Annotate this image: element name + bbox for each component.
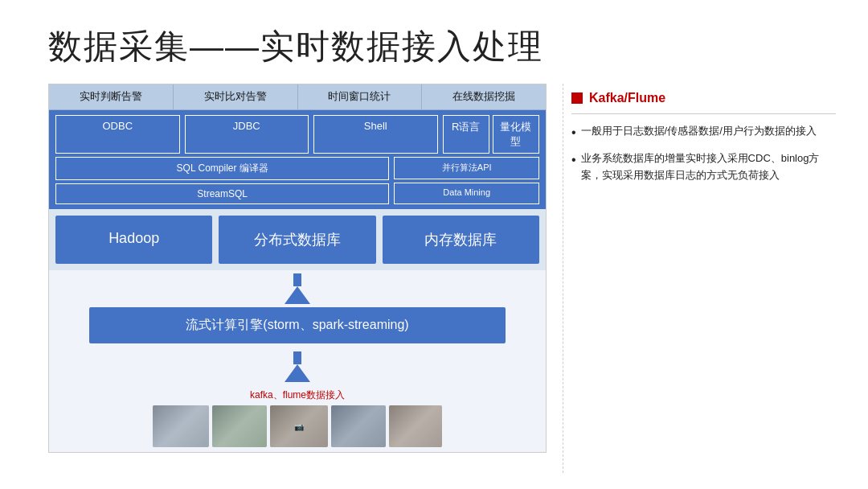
odbc-main-row: ODBC JDBC Shell R语言 量化模型: [55, 115, 539, 154]
arrow-up-1: [285, 286, 310, 304]
page-title: 数据采集——实时数据接入处理: [48, 24, 836, 69]
images-row: 📷: [153, 405, 442, 447]
top-label-3: 在线数据挖掘: [422, 84, 546, 109]
arrow-stem-2: [293, 351, 301, 364]
arrow-section-1: [49, 270, 546, 307]
bullet-item-0: • 一般用于日志数据/传感器数据/用户行为数据的接入: [571, 122, 836, 140]
red-square-icon: [571, 92, 583, 104]
large-boxes-row: Hadoop 分布式数据库 内存数据库: [49, 209, 546, 270]
sql-compiler-box: SQL Compiler 编译器: [55, 157, 389, 180]
kafka-bottom-label: kafka、flume数据接入: [250, 388, 345, 402]
streaming-wrapper: 流式计算引擎(storm、spark-streaming): [49, 307, 546, 348]
arrow-section-2: [49, 348, 546, 385]
source-image-5: [389, 405, 442, 447]
bottom-area: kafka、flume数据接入 📷: [49, 385, 546, 452]
distributed-db-box: 分布式数据库: [219, 216, 375, 264]
streaming-box: 流式计算引擎(storm、spark-streaming): [89, 307, 506, 343]
kafka-title: Kafka/Flume: [589, 88, 665, 109]
bullet-dot-1: •: [571, 152, 576, 184]
hadoop-box: Hadoop: [55, 216, 212, 264]
source-image-4: [331, 405, 386, 447]
sql-left-group: SQL Compiler 编译器 StreamSQL: [55, 157, 389, 204]
top-labels-row: 实时判断告警 实时比对告警 时间窗口统计 在线数据挖掘: [49, 84, 546, 110]
odbc-box: ODBC: [55, 115, 180, 154]
page: 数据采集——实时数据接入处理 实时判断告警 实时比对告警 时间窗口统计 在线数据…: [0, 0, 868, 489]
api-right-group: 并行算法API Data Mining: [394, 157, 539, 204]
source-image-2: [212, 405, 267, 447]
top-label-0: 实时判断告警: [49, 84, 174, 109]
r-group: R语言 量化模型: [443, 115, 539, 154]
streamsql-box: StreamSQL: [55, 183, 389, 204]
quant-box: 量化模型: [493, 115, 539, 154]
shell-box: Shell: [313, 115, 438, 154]
memory-db-box: 内存数据库: [383, 216, 539, 264]
bullet-text-0: 一般用于日志数据/传感器数据/用户行为数据的接入: [581, 122, 836, 140]
top-label-1: 实时比对告警: [174, 84, 298, 109]
arrow-stem-1: [293, 273, 301, 286]
content-row: 实时判断告警 实时比对告警 时间窗口统计 在线数据挖掘 ODBC JDBC Sh…: [48, 84, 836, 473]
source-image-3: 📷: [270, 405, 328, 447]
diagram-area: 实时判断告警 实时比对告警 时间窗口统计 在线数据挖掘 ODBC JDBC Sh…: [48, 84, 547, 473]
jdbc-box: JDBC: [185, 115, 309, 154]
right-panel-header: Kafka/Flume: [571, 88, 836, 114]
bullet-text-1: 业务系统数据库的增量实时接入采用CDC、binlog方案，实现采用数据库日志的方…: [581, 150, 836, 184]
sql-main-row: SQL Compiler 编译器 StreamSQL 并行算法API Data …: [55, 157, 539, 204]
bullet-dot-0: •: [571, 125, 576, 140]
top-label-2: 时间窗口统计: [298, 84, 423, 109]
diagram-wrapper: 实时判断告警 实时比对告警 时间窗口统计 在线数据挖掘 ODBC JDBC Sh…: [48, 84, 547, 453]
r-lang-box: R语言: [443, 115, 489, 154]
right-panel: Kafka/Flume • 一般用于日志数据/传感器数据/用户行为数据的接入 •…: [563, 84, 836, 473]
arrow-up-2: [285, 364, 310, 382]
mid-section: ODBC JDBC Shell R语言 量化模型 SQL: [49, 110, 546, 209]
data-mining-box: Data Mining: [394, 183, 539, 205]
parallel-api-box: 并行算法API: [394, 157, 539, 179]
r-top-row: R语言 量化模型: [443, 115, 539, 154]
source-image-1: [153, 405, 209, 447]
bullet-item-1: • 业务系统数据库的增量实时接入采用CDC、binlog方案，实现采用数据库日志…: [571, 150, 836, 184]
